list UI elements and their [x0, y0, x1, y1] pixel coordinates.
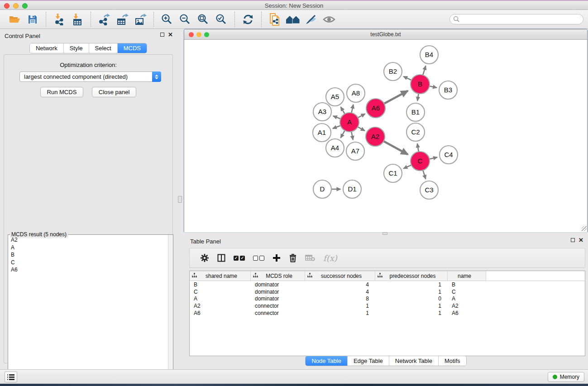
network-node-A2[interactable]: A2	[366, 127, 385, 146]
close-panel-button[interactable]: Close panel	[92, 87, 137, 97]
run-mcds-button[interactable]: Run MCDS	[40, 87, 84, 97]
network-node-B[interactable]: B	[411, 75, 430, 94]
memory-button[interactable]: Memory	[548, 372, 584, 382]
network-edge-B-B3[interactable]	[430, 86, 437, 87]
task-history-button[interactable]	[5, 372, 17, 382]
network-edge-A6-B[interactable]	[384, 91, 407, 104]
network-edge-C-C3[interactable]	[423, 170, 425, 179]
network-edge-A-A2[interactable]	[358, 127, 364, 131]
export-table-icon[interactable]	[115, 12, 130, 27]
tab-network[interactable]: Network	[30, 43, 63, 53]
network-edge-A-A8[interactable]	[351, 105, 353, 113]
network-canvas[interactable]: B4B2BB3A5A8A6A3B1AA1C2A2A4A7C4CC1DD1C3	[184, 40, 587, 232]
column-header-successor-nodes[interactable]: successor nodes	[305, 271, 375, 281]
clone-network-icon[interactable]	[267, 12, 282, 27]
tab-network-table[interactable]: Network Table	[389, 356, 438, 366]
tab-style[interactable]: Style	[63, 43, 89, 53]
network-node-A7[interactable]: A7	[346, 142, 364, 160]
table-row[interactable]: Cdominator41C	[190, 288, 585, 295]
close-panel-icon[interactable]: ✕	[578, 238, 583, 242]
network-node-D1[interactable]: D1	[343, 180, 361, 198]
network-node-C4[interactable]: C4	[440, 146, 458, 164]
search-input[interactable]	[460, 15, 583, 24]
panel-splitter-handle[interactable]	[178, 196, 182, 203]
import-network-icon[interactable]	[52, 12, 67, 27]
mcds-result-item[interactable]: A6	[9, 266, 167, 274]
select-all-icon[interactable]: ✓✓	[234, 251, 245, 265]
table-row[interactable]: A2connector11A2	[190, 302, 585, 310]
network-node-A4[interactable]: A4	[326, 139, 344, 157]
network-edge-C-C2[interactable]	[417, 143, 419, 152]
tab-node-table[interactable]: Node Table	[306, 356, 347, 366]
deselect-all-icon[interactable]	[253, 251, 264, 265]
network-edge-B-B1[interactable]	[417, 94, 419, 101]
split-view-icon[interactable]	[217, 251, 225, 265]
network-node-B2[interactable]: B2	[384, 62, 402, 81]
network-edge-A-A4[interactable]	[341, 130, 345, 138]
column-header-MCDS-role[interactable]: MCDS role	[251, 271, 305, 281]
export-network-icon[interactable]	[96, 12, 112, 27]
network-node-D[interactable]: D	[313, 180, 331, 198]
network-window-titlebar[interactable]: testGlobe.txt	[184, 29, 587, 40]
network-node-A3[interactable]: A3	[313, 103, 331, 121]
float-panel-icon[interactable]	[571, 238, 575, 242]
network-edge-C-C4[interactable]	[429, 157, 437, 159]
network-node-C3[interactable]: C3	[420, 181, 438, 199]
open-file-icon[interactable]	[7, 12, 22, 27]
export-image-icon[interactable]	[133, 12, 148, 27]
save-session-icon[interactable]	[25, 12, 40, 27]
network-edge-A-A3[interactable]	[333, 116, 340, 119]
zoom-out-icon[interactable]	[177, 12, 193, 27]
apply-layout-icon[interactable]	[240, 12, 256, 27]
search-box[interactable]	[449, 14, 583, 24]
network-edge-A-A6[interactable]	[358, 114, 365, 118]
mcds-result-scrollbar[interactable]	[168, 235, 173, 386]
network-node-B3[interactable]: B3	[439, 81, 457, 99]
table-row[interactable]: A6connector11A6	[190, 310, 585, 317]
tab-edge-table[interactable]: Edge Table	[347, 356, 389, 366]
network-node-A5[interactable]: A5	[326, 88, 344, 106]
window-resize-grip[interactable]	[582, 226, 587, 231]
add-column-icon[interactable]	[272, 251, 281, 265]
horizontal-splitter-handle[interactable]	[382, 232, 387, 235]
zoom-selected-icon[interactable]	[214, 12, 229, 27]
column-header-shared-name[interactable]: shared name	[190, 271, 251, 281]
criterion-dropdown[interactable]: largest connected component (directed)	[19, 71, 161, 82]
zoom-in-icon[interactable]	[159, 12, 175, 27]
import-table-icon[interactable]	[70, 12, 85, 27]
delete-icon[interactable]	[289, 251, 297, 265]
mcds-result-item[interactable]: A2	[9, 236, 167, 244]
network-node-A8[interactable]: A8	[347, 84, 365, 102]
tab-motifs[interactable]: Motifs	[438, 356, 466, 366]
close-panel-icon[interactable]: ✕	[168, 33, 173, 37]
zoom-fit-icon[interactable]	[196, 12, 211, 27]
network-edge-A-A7[interactable]	[351, 132, 353, 140]
table-row[interactable]: Adominator80A	[190, 295, 585, 303]
network-node-C2[interactable]: C2	[406, 123, 425, 141]
network-node-A[interactable]: A	[340, 113, 359, 132]
network-node-A1[interactable]: A1	[313, 124, 331, 142]
network-node-A6[interactable]: A6	[366, 99, 385, 118]
network-edge-A2-C[interactable]	[383, 141, 407, 154]
network-node-B4[interactable]: B4	[420, 46, 438, 64]
birds-eye-icon[interactable]	[321, 12, 337, 27]
network-edge-B-B2[interactable]	[403, 76, 411, 80]
gear-icon[interactable]	[200, 251, 209, 265]
mcds-result-item[interactable]: B	[9, 251, 167, 259]
table-row[interactable]: Bdominator41B	[190, 281, 585, 288]
network-edge-A-A1[interactable]	[333, 125, 340, 129]
network-edge-B-B4[interactable]	[423, 66, 425, 75]
tab-mcds[interactable]: MCDS	[117, 43, 147, 53]
column-header-predecessor-nodes[interactable]: predecessor nodes	[375, 271, 448, 281]
network-node-B1[interactable]: B1	[406, 103, 425, 121]
network-node-C1[interactable]: C1	[384, 164, 402, 182]
mcds-result-item[interactable]: C	[9, 259, 167, 267]
network-edge-C-C1[interactable]	[403, 165, 411, 169]
network-edge-A-A5[interactable]	[341, 107, 345, 114]
show-hide-graphics-icon[interactable]	[303, 12, 319, 27]
float-panel-icon[interactable]	[160, 33, 164, 37]
mcds-result-item[interactable]: A	[9, 244, 167, 252]
home-view-icon[interactable]	[285, 12, 301, 27]
tab-select[interactable]: Select	[89, 43, 117, 53]
network-node-C[interactable]: C	[411, 152, 430, 171]
